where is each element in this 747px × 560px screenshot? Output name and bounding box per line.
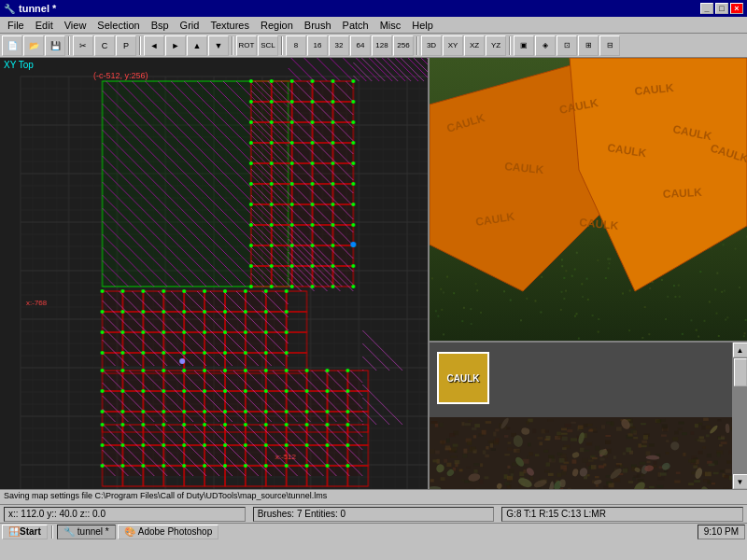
tb-down[interactable]: ▼ bbox=[208, 35, 229, 56]
tb-extra5[interactable]: ⊟ bbox=[599, 35, 620, 56]
scroll-up-arrow[interactable]: ▲ bbox=[733, 343, 748, 357]
tb-extra4[interactable]: ⊞ bbox=[578, 35, 599, 56]
menu-brush[interactable]: Brush bbox=[299, 19, 337, 32]
menu-edit[interactable]: Edit bbox=[30, 19, 59, 32]
status-grid-info: G:8 T:1 R:15 C:13 L:MR bbox=[501, 507, 743, 522]
menu-selection[interactable]: Selection bbox=[92, 19, 145, 32]
menu-view[interactable]: View bbox=[59, 19, 92, 32]
taskbar: 🪟 Start 🔧 tunnel * 🎨 Adobe Photoshop 9:1… bbox=[0, 523, 747, 539]
menu-grid[interactable]: Grid bbox=[175, 19, 205, 32]
coord-label: (-c-512, y:256) bbox=[93, 71, 148, 80]
tb-new[interactable]: 📄 bbox=[2, 35, 22, 56]
menu-bar: File Edit View Selection Bsp Grid Textur… bbox=[0, 17, 747, 34]
taskbar-tunnel[interactable]: 🔧 tunnel * bbox=[57, 525, 116, 539]
scroll-thumb[interactable] bbox=[734, 358, 747, 386]
right-panel: ▲ ▼ CAULK #multipatch_ground/Base... bbox=[430, 58, 747, 489]
caulk-label: CAULK bbox=[447, 373, 480, 384]
status-bar: x:: 112.0 y:: 40.0 z:: 0.0 Brushes: 7 En… bbox=[0, 504, 747, 523]
tb-g256[interactable]: 256 bbox=[393, 35, 414, 56]
tb-sep2 bbox=[139, 36, 141, 55]
tb-rotate[interactable]: ROT bbox=[236, 35, 257, 56]
tb-g32[interactable]: 32 bbox=[329, 35, 349, 56]
title-icon: 🔧 bbox=[4, 4, 15, 14]
tb-extra3[interactable]: ⊡ bbox=[557, 35, 577, 56]
menu-bsp[interactable]: Bsp bbox=[146, 19, 175, 32]
menu-help[interactable]: Help bbox=[406, 19, 439, 32]
tb-g128[interactable]: 128 bbox=[372, 35, 392, 56]
menu-patch[interactable]: Patch bbox=[337, 19, 374, 32]
title-bar: 🔧 tunnel * _ □ × bbox=[0, 0, 747, 17]
menu-misc[interactable]: Misc bbox=[374, 19, 407, 32]
tb-sep3 bbox=[232, 36, 233, 55]
scroll-track bbox=[733, 357, 748, 474]
taskbar-time: 9:10 PM bbox=[698, 525, 745, 539]
tb-open[interactable]: 📂 bbox=[23, 35, 44, 56]
view3d-canvas[interactable] bbox=[430, 58, 747, 343]
menu-textures[interactable]: Textures bbox=[204, 19, 255, 32]
texture-panel[interactable]: ▲ ▼ CAULK #multipatch_ground/Base... bbox=[430, 343, 747, 489]
status-brushes: Brushes: 7 Entities: 0 bbox=[253, 507, 495, 522]
tb-paste[interactable]: P bbox=[116, 35, 136, 56]
tb-sep5 bbox=[416, 36, 418, 55]
toolbar: 📄 📂 💾 ✂ C P ◄ ► ▲ ▼ ROT SCL 8 16 32 64 1… bbox=[0, 34, 747, 58]
status-coords: x:: 112.0 y:: 40.0 z:: 0.0 bbox=[4, 507, 246, 522]
view-label-xy: XY Top bbox=[4, 60, 34, 70]
tb-scale[interactable]: SCL bbox=[258, 35, 278, 56]
scroll-down-arrow[interactable]: ▼ bbox=[733, 474, 748, 489]
title-controls: _ □ × bbox=[700, 3, 743, 14]
start-label: Start bbox=[20, 526, 41, 537]
tb-extra1[interactable]: ▣ bbox=[514, 35, 534, 56]
task-icon-ps: 🎨 bbox=[124, 526, 135, 537]
tb-g8[interactable]: 8 bbox=[286, 35, 306, 56]
tb-extra2[interactable]: ◈ bbox=[535, 35, 556, 56]
start-icon: 🪟 bbox=[8, 526, 20, 537]
caulk-texture-box[interactable]: CAULK bbox=[437, 352, 489, 404]
main-area: 320 256 192 128 64 0 -64 -128 -192 -256 … bbox=[0, 58, 747, 489]
taskbar-sep bbox=[51, 525, 53, 539]
tb-viewxy[interactable]: XY bbox=[443, 35, 463, 56]
tb-sep6 bbox=[509, 36, 511, 55]
tb-sep1 bbox=[68, 36, 70, 55]
tb-view3d[interactable]: 3D bbox=[421, 35, 442, 56]
tb-up[interactable]: ▲ bbox=[187, 35, 207, 56]
tb-viewyz[interactable]: YZ bbox=[486, 35, 506, 56]
close-button[interactable]: × bbox=[730, 3, 743, 14]
tb-cut[interactable]: ✂ bbox=[73, 35, 93, 56]
task-label-tunnel: tunnel * bbox=[78, 526, 109, 537]
minimize-button[interactable]: _ bbox=[700, 3, 713, 14]
texture-scrollbar[interactable]: ▲ ▼ bbox=[732, 343, 747, 489]
grid-canvas-2d[interactable] bbox=[0, 58, 428, 489]
start-button[interactable]: 🪟 Start bbox=[2, 525, 48, 539]
menu-region[interactable]: Region bbox=[255, 19, 299, 32]
ground-texture-canvas bbox=[430, 417, 732, 489]
title-text: tunnel * bbox=[19, 3, 700, 14]
status-save-message: Saving map settings file C:\Program File… bbox=[4, 491, 327, 500]
view-3d[interactable] bbox=[430, 58, 747, 343]
task-label-ps: Adobe Photoshop bbox=[138, 526, 213, 537]
tb-save[interactable]: 💾 bbox=[45, 35, 65, 56]
tb-g64[interactable]: 64 bbox=[350, 35, 371, 56]
tb-sep4 bbox=[281, 36, 283, 55]
tb-right[interactable]: ► bbox=[165, 35, 186, 56]
task-icon-tunnel: 🔧 bbox=[63, 526, 75, 537]
taskbar-photoshop[interactable]: 🎨 Adobe Photoshop bbox=[118, 525, 219, 539]
menu-file[interactable]: File bbox=[2, 19, 30, 32]
tb-g16[interactable]: 16 bbox=[307, 35, 328, 56]
maximize-button[interactable]: □ bbox=[715, 3, 728, 14]
status-message-bar: Saving map settings file C:\Program File… bbox=[0, 489, 747, 504]
left-panel-2d[interactable]: 320 256 192 128 64 0 -64 -128 -192 -256 … bbox=[0, 58, 430, 489]
tb-left[interactable]: ◄ bbox=[144, 35, 164, 56]
tb-viewxz[interactable]: XZ bbox=[464, 35, 485, 56]
tb-copy[interactable]: C bbox=[94, 35, 115, 56]
